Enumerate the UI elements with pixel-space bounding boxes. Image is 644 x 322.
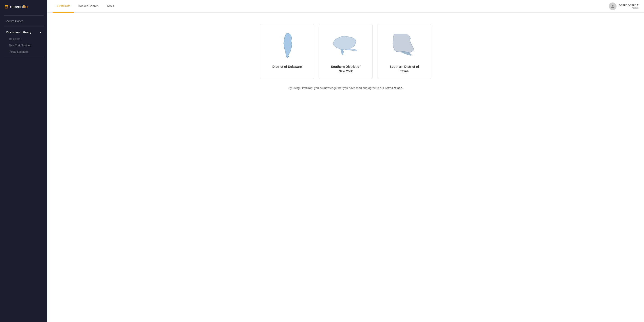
logo-icon: ⊟ [4,4,8,9]
map-delaware [274,31,300,60]
sidebar-sub-label-tx: Texas Southern [9,50,28,53]
terms-of-use-link[interactable]: Terms of Use [385,86,402,90]
tab-docket-search[interactable]: Docket Search [74,0,103,12]
user-name: Admin Admin ▾ [619,3,638,6]
sidebar-sub-item-new-york-southern[interactable]: New York Southern [2,42,46,48]
sidebar-sub-label-delaware: Delaware [9,38,20,41]
sidebar-sub-item-delaware[interactable]: Delaware [2,36,46,42]
user-menu[interactable]: Admin Admin ▾ Admin [609,2,638,10]
user-info: Admin Admin ▾ Admin [619,3,638,9]
sidebar-item-document-library[interactable]: Document Library ▾ [2,29,46,36]
sidebar-divider-mid [4,26,44,27]
avatar [609,2,616,10]
svg-point-0 [612,5,614,6]
logo-eleven: eleven [10,4,23,9]
chevron-down-icon: ▾ [637,3,638,6]
top-navigation: FirstDraft Docket Search Tools Admin Adm… [47,0,644,12]
card-delaware-label: District of Delaware [272,65,302,69]
sidebar-divider-top [4,15,44,15]
map-tx-southern [391,31,418,60]
district-cards-container: District of Delaware Souther [260,24,431,79]
tab-firstdraft[interactable]: FirstDraft [53,0,74,12]
tab-tools[interactable]: Tools [102,0,118,12]
card-ny-southern-label: Southern District ofNew York [331,65,360,73]
sidebar: ⊟ elevenflo Active Cases Document Librar… [0,0,47,322]
footer-text-before: By using FirstDraft, you acknowledge tha… [288,86,385,90]
chevron-down-icon: ▾ [40,31,41,33]
main-area: FirstDraft Docket Search Tools Admin Adm… [47,0,644,322]
card-delaware[interactable]: District of Delaware [260,24,314,79]
sidebar-divider-bottom [4,57,44,57]
svg-point-1 [288,56,289,57]
footer: By using FirstDraft, you acknowledge tha… [288,86,403,90]
document-library-label: Document Library [6,31,31,34]
sidebar-item-active-cases[interactable]: Active Cases [2,17,46,24]
sidebar-sub-label-ny: New York Southern [9,44,32,47]
card-ny-southern[interactable]: Southern District ofNew York [318,24,373,79]
nav-tabs: FirstDraft Docket Search Tools [53,0,118,12]
card-tx-southern-label: Southern District ofTexas [390,65,419,73]
app-logo: ⊟ elevenflo [0,0,47,13]
footer-text-after: . [402,86,403,90]
active-cases-label: Active Cases [6,19,24,23]
map-ny-southern [332,31,359,60]
logo-text: elevenflo [10,4,28,9]
sidebar-sub-item-texas-southern[interactable]: Texas Southern [2,49,46,55]
user-role: Admin [632,6,638,9]
main-content: District of Delaware Souther [47,12,644,322]
card-tx-southern[interactable]: Southern District ofTexas [377,24,431,79]
logo-flo: flo [23,4,28,9]
